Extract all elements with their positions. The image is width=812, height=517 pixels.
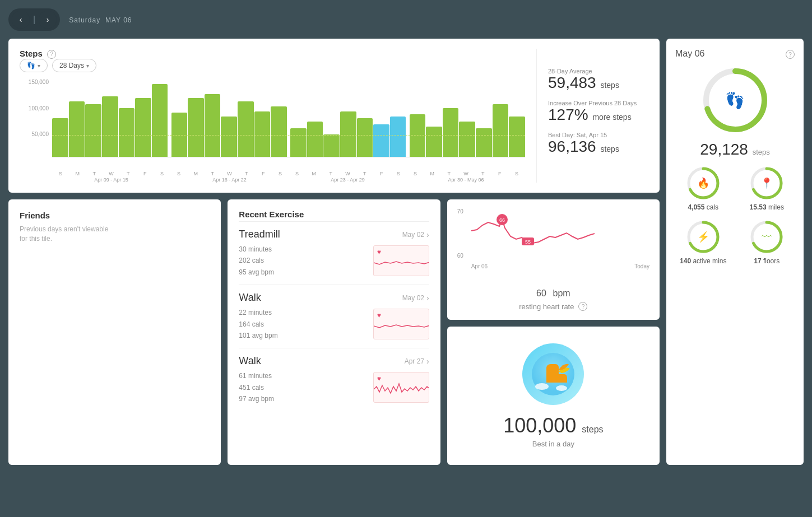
mini-stat-3: 〰 17 floors — [739, 219, 795, 265]
svg-point-5 — [535, 383, 549, 390]
week-day: S — [508, 171, 525, 176]
exercise-title: Recent Exercise — [239, 209, 429, 219]
bar-w1-d1 — [188, 98, 204, 157]
steps-filter-icon-btn[interactable]: 👣 ▾ — [20, 59, 48, 72]
week-day: T — [440, 171, 457, 176]
bar-w2-d1 — [307, 122, 323, 157]
exercise-minutes: 22 minutes — [239, 307, 277, 318]
mini-ring-2: ⚡ — [685, 219, 721, 255]
steps-title: Steps — [20, 49, 43, 58]
bar-w0-d2 — [85, 104, 101, 157]
next-button[interactable]: › — [39, 11, 57, 29]
mini-stat-number-2: 140 — [680, 257, 691, 265]
week-day: M — [305, 171, 322, 176]
bar-w3-d2 — [443, 108, 459, 157]
exercise-bpm: 95 avg bpm — [239, 267, 274, 278]
x-labels: SMTWTFSApr 09 - Apr 15SMTWTFSApr 16 - Ap… — [52, 171, 525, 183]
steps-left: Steps ? 👣 ▾ 28 Days ▾ — [20, 49, 525, 183]
achievement-desc: Best in a day — [532, 440, 574, 448]
bar-w0-d5 — [135, 98, 151, 157]
week-day: F — [255, 171, 272, 176]
steps-right: 28-Day Average 59,483 steps Increase Ove… — [536, 49, 648, 183]
right-bottom-col: 70 60 66 55 — [447, 199, 660, 465]
week-group-1 — [171, 94, 287, 157]
exercise-bpm: 101 avg bpm — [239, 330, 277, 341]
y-label-50k: 50,000 — [20, 131, 49, 137]
svg-text:66: 66 — [499, 217, 505, 223]
bar-w0-d3 — [102, 96, 118, 157]
exercise-header: Walk Apr 27 › — [239, 355, 429, 367]
bar-w0-d4 — [119, 108, 135, 157]
nav-date: Saturday MAY 06 — [67, 14, 132, 25]
week-day: W — [457, 171, 474, 176]
exercise-chevron-icon[interactable]: › — [426, 230, 429, 239]
mini-stat-value-3: 17 floors — [754, 257, 779, 265]
summary-card: May 06 ? 👣 29,128 steps 🔥 — [666, 39, 804, 465]
increase-stat: Increase Over Previous 28 Days 127% more… — [548, 100, 648, 124]
week-group-2 — [290, 111, 406, 157]
bar-w3-d6 — [509, 117, 525, 157]
mini-stats-grid: 🔥 4,055 cals 📍 15.53 miles — [675, 165, 795, 265]
exercise-date: May 02 — [402, 294, 424, 302]
achievement-steps-value: 100,000 — [503, 414, 576, 437]
exercise-name-date: Treadmill — [239, 229, 280, 240]
exercise-date-chevron: May 02 › — [402, 294, 429, 302]
best-day-value-num: 96,136 — [548, 138, 596, 155]
exercise-bpm: 97 avg bpm — [239, 393, 274, 404]
exercise-card: Recent Exercise Treadmill May 02 › 30 mi… — [228, 199, 440, 465]
exercise-date-chevron: May 02 › — [402, 230, 429, 239]
exercise-header: Treadmill May 02 › — [239, 229, 429, 240]
exercise-minutes: 61 minutes — [239, 370, 274, 381]
mini-stat-number-1: 15.53 — [750, 203, 767, 211]
exercise-name-date: Walk — [239, 292, 261, 304]
exercise-chevron-icon[interactable]: › — [426, 357, 429, 366]
steps-period-btn[interactable]: 28 Days ▾ — [52, 59, 96, 72]
week-date-label: Apr 30 - May 06 — [448, 177, 484, 183]
bar-w2-d3 — [340, 111, 356, 157]
best-day-value: 96,136 steps — [548, 138, 648, 156]
summary-help-icon[interactable]: ? — [786, 50, 795, 59]
steps-help-icon[interactable]: ? — [47, 50, 56, 59]
week-date-label: Apr 16 - Apr 22 — [212, 177, 247, 183]
week-day: T — [475, 171, 491, 176]
exercise-stats: 61 minutes 451 cals 97 avg bpm — [239, 370, 274, 404]
week-day: F — [137, 171, 154, 176]
steps-period-label: 28 Days — [59, 62, 84, 69]
exercise-date: May 02 — [402, 231, 424, 239]
week-day: W — [103, 171, 119, 176]
exercise-items: Treadmill May 02 › 30 minutes 202 cals 9… — [239, 221, 429, 412]
hr-y-top: 70 — [457, 208, 463, 215]
exercise-cals: 202 cals — [239, 255, 274, 266]
top-nav: ‹ | › Saturday MAY 06 — [8, 8, 804, 31]
steps-card: Steps ? 👣 ▾ 28 Days ▾ — [8, 39, 660, 193]
hr-help-icon[interactable]: ? — [578, 302, 587, 311]
prev-button[interactable]: ‹ — [12, 11, 30, 29]
main-grid: Steps ? 👣 ▾ 28 Days ▾ — [8, 39, 804, 465]
bar-w0-d0 — [52, 118, 68, 157]
week-day: S — [154, 171, 170, 176]
mini-ring-icon-1: 📍 — [760, 177, 773, 189]
bar-w2-d4 — [357, 118, 373, 157]
bar-w3-d4 — [476, 128, 492, 157]
mini-chart-svg — [374, 381, 429, 398]
nav-day: Saturday — [69, 16, 100, 24]
exercise-name: Walk — [239, 355, 261, 366]
week-col-0: SMTWTFSApr 09 - Apr 15 — [52, 171, 170, 183]
increase-suffix: more steps — [592, 113, 631, 122]
bar-w2-d6 — [390, 117, 406, 157]
exercise-body: 22 minutes 164 cals 101 avg bpm ♥ — [239, 307, 429, 341]
bar-w1-d5 — [254, 111, 271, 157]
mini-stat-number-0: 4,055 — [688, 203, 704, 211]
hr-y-labels: 70 60 — [457, 208, 463, 259]
mini-stat-unit-0: cals — [707, 203, 718, 211]
hr-bpm-display: 60 bpm — [457, 275, 649, 302]
avg-value-num: 59,483 — [548, 74, 596, 91]
exercise-chevron-icon[interactable]: › — [426, 294, 429, 302]
week-day: T — [120, 171, 137, 176]
summary-title: May 06 — [675, 49, 704, 59]
week-day: W — [221, 171, 238, 176]
week-col-2: SMTWTFSApr 23 - Apr 29 — [289, 171, 407, 183]
bar-w0-d1 — [69, 101, 85, 157]
steps-filter-chevron: ▾ — [38, 63, 40, 69]
left-col: Steps ? 👣 ▾ 28 Days ▾ — [8, 39, 660, 465]
